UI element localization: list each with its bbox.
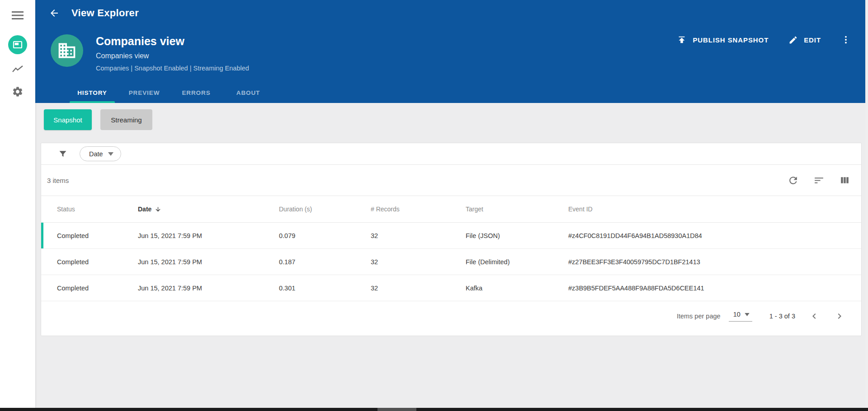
date-filter-label: Date bbox=[89, 150, 103, 158]
column-header-target[interactable]: Target bbox=[466, 206, 568, 213]
sidebar-item-views[interactable] bbox=[8, 35, 27, 54]
date-filter-chip[interactable]: Date bbox=[80, 146, 121, 161]
column-header-duration[interactable]: Duration (s) bbox=[279, 206, 371, 213]
filter-button[interactable] bbox=[58, 149, 67, 159]
page-header: View Explorer Companies view Companies v… bbox=[35, 0, 868, 103]
publish-snapshot-label: PUBLISH SNAPSHOT bbox=[693, 36, 769, 44]
cell-duration: 0.301 bbox=[279, 285, 371, 292]
sidebar-item-settings[interactable] bbox=[12, 86, 24, 98]
chevron-left-icon bbox=[809, 311, 820, 322]
cell-records: 32 bbox=[371, 285, 466, 292]
page-size-value: 10 bbox=[733, 311, 741, 318]
left-icon-rail bbox=[0, 0, 35, 408]
column-header-event-id[interactable]: Event ID bbox=[568, 206, 861, 213]
tab-about[interactable]: ABOUT bbox=[226, 82, 270, 103]
snapshot-toggle-button[interactable]: Snapshot bbox=[44, 109, 92, 130]
table-row[interactable]: Completed Jun 15, 2021 7:59 PM 0.301 32 … bbox=[41, 275, 861, 301]
chevron-right-icon bbox=[834, 311, 845, 322]
tab-errors[interactable]: ERRORS bbox=[175, 82, 218, 103]
tab-bar: HISTORY PREVIEW ERRORS ABOUT bbox=[71, 82, 270, 103]
page-title: View Explorer bbox=[71, 7, 139, 19]
cell-target: File (Delimited) bbox=[466, 258, 568, 266]
back-button[interactable] bbox=[49, 8, 60, 19]
entity-info: Companies view Companies view Companies … bbox=[96, 34, 249, 72]
column-header-records[interactable]: # Records bbox=[371, 206, 466, 213]
filter-bar: Date bbox=[41, 143, 861, 165]
table-row[interactable]: Completed Jun 15, 2021 7:59 PM 0.187 32 … bbox=[41, 249, 861, 275]
app-bar: View Explorer bbox=[35, 0, 868, 26]
streaming-toggle-button[interactable]: Streaming bbox=[100, 109, 152, 130]
column-header-date[interactable]: Date bbox=[138, 206, 279, 213]
sort-lines-icon bbox=[813, 175, 825, 186]
columns-button[interactable] bbox=[839, 175, 850, 186]
edit-label: EDIT bbox=[804, 36, 821, 44]
cell-event-id: #z3B9B5FDEF5AA488F9A88FDA5D6CEE141 bbox=[568, 285, 861, 292]
filter-funnel-icon bbox=[58, 149, 67, 159]
horizontal-scrollbar[interactable] bbox=[0, 408, 868, 411]
cell-status: Completed bbox=[57, 258, 138, 266]
trend-icon bbox=[12, 65, 24, 75]
history-table-card: Date 3 items bbox=[41, 143, 862, 336]
sidebar-item-metrics[interactable] bbox=[12, 64, 24, 75]
menu-icon bbox=[12, 11, 24, 20]
page-range-label: 1 - 3 of 3 bbox=[769, 313, 795, 320]
page-size-select[interactable]: 10 bbox=[729, 311, 752, 322]
publish-snapshot-button[interactable]: PUBLISH SNAPSHOT bbox=[677, 35, 769, 45]
header-actions: PUBLISH SNAPSHOT EDIT bbox=[677, 34, 851, 45]
cell-date: Jun 15, 2021 7:59 PM bbox=[138, 258, 279, 266]
horizontal-scrollbar-thumb[interactable] bbox=[377, 408, 416, 411]
history-content: Snapshot Streaming Date bbox=[35, 103, 868, 408]
vertical-scrollbar[interactable] bbox=[865, 0, 868, 408]
cell-event-id: #z27BEE3FF3E3F40059795DC7D1BF21413 bbox=[568, 258, 861, 266]
next-page-button[interactable] bbox=[834, 311, 845, 322]
back-arrow-icon bbox=[49, 8, 60, 19]
settings-icon bbox=[12, 86, 24, 98]
history-type-toggle: Snapshot Streaming bbox=[44, 109, 868, 130]
entity-title: Companies view bbox=[96, 35, 249, 48]
tab-preview[interactable]: PREVIEW bbox=[123, 82, 166, 103]
kebab-menu-icon bbox=[841, 34, 851, 45]
cell-records: 32 bbox=[371, 232, 466, 239]
table-actions bbox=[788, 175, 850, 186]
cell-duration: 0.079 bbox=[279, 232, 371, 239]
column-header-status[interactable]: Status bbox=[57, 206, 138, 213]
selected-row-indicator bbox=[41, 223, 43, 248]
table-toolbar: 3 items bbox=[41, 165, 861, 196]
cell-target: Kafka bbox=[466, 285, 568, 292]
view-explorer-screen: View Explorer Companies view Companies v… bbox=[0, 0, 868, 408]
cell-duration: 0.187 bbox=[279, 258, 371, 266]
views-icon bbox=[12, 39, 23, 50]
cell-target: File (JSON) bbox=[466, 232, 568, 239]
building-icon bbox=[57, 41, 77, 61]
cell-date: Jun 15, 2021 7:59 PM bbox=[138, 285, 279, 292]
edit-icon bbox=[788, 35, 798, 45]
entity-meta: Companies | Snapshot Enabled | Streaming… bbox=[96, 65, 249, 72]
publish-icon bbox=[677, 35, 687, 45]
refresh-icon bbox=[788, 175, 799, 186]
previous-page-button[interactable] bbox=[809, 311, 820, 322]
cell-status: Completed bbox=[57, 285, 138, 292]
sort-desc-arrow-icon bbox=[155, 206, 161, 213]
cell-date: Jun 15, 2021 7:59 PM bbox=[138, 232, 279, 239]
table-row[interactable]: Completed Jun 15, 2021 7:59 PM 0.079 32 … bbox=[41, 223, 861, 249]
refresh-button[interactable] bbox=[788, 175, 799, 186]
cell-status: Completed bbox=[57, 232, 138, 239]
cell-records: 32 bbox=[371, 258, 466, 266]
main-area: View Explorer Companies view Companies v… bbox=[35, 0, 868, 408]
columns-icon bbox=[839, 175, 850, 186]
cell-event-id: #z4CF0C8191DD44F6A94B1AD58930A1D84 bbox=[568, 232, 861, 239]
items-per-page-label: Items per page bbox=[677, 313, 721, 320]
table-header-row: Status Date Duration (s) # Records Targe… bbox=[41, 196, 861, 223]
avatar bbox=[51, 34, 83, 67]
items-count: 3 items bbox=[47, 177, 69, 184]
tab-history[interactable]: HISTORY bbox=[71, 82, 114, 103]
dropdown-caret-icon bbox=[108, 152, 113, 156]
pagination-bar: Items per page 10 1 - 3 of 3 bbox=[41, 301, 861, 336]
dropdown-caret-icon bbox=[745, 313, 750, 316]
sort-button[interactable] bbox=[813, 175, 825, 186]
entity-subtitle: Companies view bbox=[96, 52, 249, 60]
edit-button[interactable]: EDIT bbox=[788, 35, 821, 45]
hamburger-menu-button[interactable] bbox=[12, 11, 24, 20]
more-options-button[interactable] bbox=[841, 34, 851, 45]
